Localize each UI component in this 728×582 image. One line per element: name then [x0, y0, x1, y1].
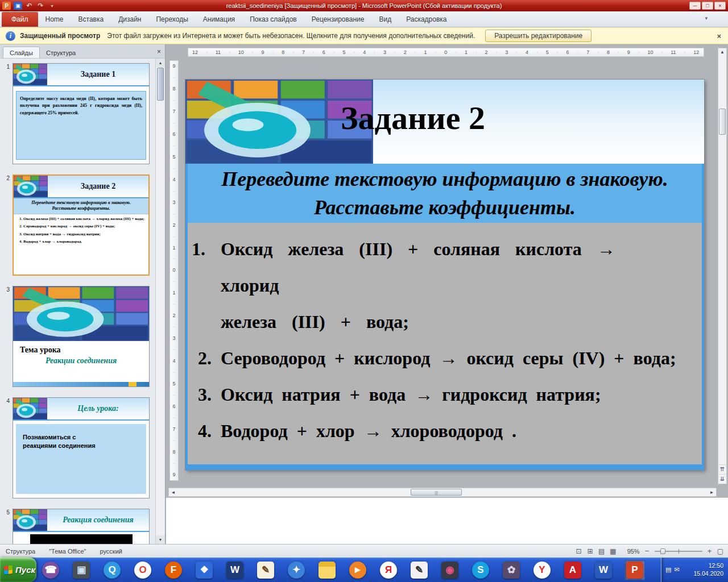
- vertical-scrollbar[interactable]: ▲ ⇈ ⇊: [718, 48, 727, 484]
- protected-view-close-icon[interactable]: ×: [717, 32, 721, 40]
- ribbon-expand-icon[interactable]: ▾: [705, 15, 708, 21]
- undo-button[interactable]: ↶: [25, 2, 34, 10]
- panel-close-icon[interactable]: ×: [157, 48, 161, 56]
- info-icon: i: [6, 31, 15, 41]
- thumb-task-list: Оксид железа (III) + соляная кислота → х…: [14, 216, 148, 245]
- zoom-out-button[interactable]: −: [644, 547, 651, 555]
- next-slide-button[interactable]: ⇊: [718, 474, 726, 484]
- zoom-level[interactable]: 95%: [627, 548, 640, 555]
- zoom-slider-thumb[interactable]: [660, 548, 665, 554]
- media-player-icon[interactable]: ►: [348, 560, 367, 580]
- skype-icon[interactable]: S: [471, 560, 490, 580]
- word-icon[interactable]: W: [594, 560, 613, 580]
- taskbar-clock[interactable]: 12:50 15.04.2020: [693, 562, 723, 577]
- slides-panel-tabs: Слайды Структура ×: [0, 44, 165, 59]
- horizontal-scroll-track[interactable]: |||: [177, 488, 708, 496]
- chemistry-art-image: [14, 176, 48, 197]
- firefox-icon[interactable]: F: [164, 560, 183, 580]
- restore-button[interactable]: □: [702, 2, 713, 10]
- scroll-up-icon[interactable]: ▲: [718, 48, 726, 56]
- task-item: Оксид натрия + вода → гидроксид натрия;: [221, 376, 682, 413]
- fit-slide-button[interactable]: ▢: [717, 547, 723, 555]
- powerpoint-app-icon[interactable]: P: [2, 2, 11, 10]
- vertical-scroll-track[interactable]: [718, 56, 726, 464]
- normal-view-button[interactable]: ⊡: [574, 547, 584, 555]
- customize-qat-icon[interactable]: ▾: [48, 2, 56, 10]
- word-viewer-icon[interactable]: W: [225, 560, 245, 580]
- ribbon-tab-review[interactable]: Рецензирование: [304, 12, 372, 27]
- notes-pane[interactable]: [166, 497, 728, 544]
- qip-icon[interactable]: Q: [102, 560, 122, 580]
- scroll-down-icon[interactable]: ▼: [156, 535, 165, 544]
- slide-5-thumbnail[interactable]: Реакция соединения: [13, 509, 150, 544]
- acrobat-reader-icon[interactable]: A: [563, 560, 582, 580]
- thumb-title: Тема урока: [20, 346, 149, 355]
- slide-3-thumbnail[interactable]: Тема урока Реакции соединения: [13, 286, 150, 387]
- vertical-scrollbar-thumb[interactable]: [719, 109, 726, 135]
- reading-view-button[interactable]: ▤: [597, 547, 606, 555]
- slide-sorter-view-button[interactable]: ⊞: [586, 547, 595, 555]
- graphics-app-icon[interactable]: ✿: [502, 560, 521, 580]
- ribbon-tab-home[interactable]: Home: [38, 12, 71, 27]
- slide-number: 5: [0, 509, 10, 544]
- status-language-label: русский: [100, 548, 122, 555]
- previous-slide-button[interactable]: ⇈: [718, 464, 726, 474]
- ribbon-tab-view[interactable]: Вид: [371, 12, 399, 27]
- ribbon-tab-slideshow[interactable]: Показ слайдов: [242, 12, 304, 27]
- ribbon-tab-insert[interactable]: Вставка: [71, 12, 111, 27]
- start-button[interactable]: Пуск: [0, 558, 36, 582]
- viber-icon[interactable]: ☎: [41, 560, 60, 580]
- protected-view-bar: i Защищенный просмотр Этот файл загружен…: [0, 27, 728, 44]
- ribbon-tab-animation[interactable]: Анимация: [196, 12, 242, 27]
- tray-icons: ▤✉: [665, 566, 680, 573]
- close-button[interactable]: ×: [714, 2, 726, 10]
- ribbon-tab-design[interactable]: Дизайн: [111, 12, 148, 27]
- remote-desktop-icon[interactable]: ▣: [72, 560, 91, 580]
- tab-outline[interactable]: Структура: [40, 47, 82, 58]
- clock-time: 12:50: [693, 562, 723, 570]
- photo-app-icon[interactable]: ◉: [440, 560, 460, 580]
- ribbon-tab-storyboarding[interactable]: Раскадровка: [399, 12, 454, 27]
- safari-icon[interactable]: ✦: [287, 560, 306, 580]
- yandex-icon[interactable]: Y: [532, 560, 552, 580]
- slide-edit-area: 12·11·10·9·8·7·6·5·4·3·2·1·0·1·2·3·4·5·6…: [166, 44, 728, 544]
- slide-canvas[interactable]: Задание 2 Переведите текстовую информаци…: [185, 80, 704, 470]
- folder-icon[interactable]: [317, 560, 337, 580]
- slide-4-thumbnail[interactable]: Цель урока: Познакомиться с реакциями со…: [13, 397, 150, 498]
- title-bar: P ▣ ↶ ↷ ▾ reaktsii_soedineniya [Защищенн…: [0, 0, 728, 11]
- yandex-browser-icon[interactable]: Я: [379, 560, 398, 580]
- panel-scrollbar-thumb[interactable]: [157, 68, 164, 101]
- redo-button[interactable]: ↷: [36, 2, 45, 10]
- protected-view-label: Защищенный просмотр: [20, 32, 100, 40]
- panel-scrollbar[interactable]: ▲ ▼: [155, 59, 165, 544]
- save-button[interactable]: ▣: [14, 2, 22, 10]
- view-buttons: ⊡⊞▤▦: [574, 547, 618, 555]
- scroll-right-icon[interactable]: ►: [708, 490, 716, 495]
- slideshow-view-button[interactable]: ▦: [609, 547, 618, 555]
- thumb-title: Задание 1: [47, 64, 149, 85]
- powerpoint-icon[interactable]: P: [624, 560, 645, 580]
- tab-slides[interactable]: Слайды: [3, 47, 40, 58]
- scroll-left-icon[interactable]: ◄: [169, 490, 177, 495]
- task-item: Сероводород + кислород → оксид серы (IV)…: [221, 340, 682, 376]
- zoom-slider[interactable]: [655, 548, 702, 555]
- slide-1-thumbnail[interactable]: Задание 1 Определите массу оксида меди (…: [13, 63, 150, 164]
- zoom-in-button[interactable]: +: [706, 547, 713, 555]
- system-tray: ▤✉ 12:50 15.04.2020: [661, 558, 728, 582]
- chemistry-art-image: [13, 398, 47, 419]
- ribbon-tab-transitions[interactable]: Переходы: [148, 12, 195, 27]
- scroll-up-icon[interactable]: ▲: [156, 59, 165, 67]
- slide-2-thumbnail[interactable]: Задание 2 Переведите текстовую информаци…: [13, 174, 150, 276]
- enable-editing-button[interactable]: Разрешить редактирование: [485, 30, 592, 42]
- pen-tool-icon[interactable]: ✎: [410, 560, 429, 580]
- horizontal-scrollbar[interactable]: ◄ ||| ►: [168, 488, 717, 497]
- slide-header: Задание 2: [185, 80, 704, 164]
- minimize-button[interactable]: ─: [689, 2, 701, 10]
- 3d-app-icon[interactable]: ❖: [195, 560, 214, 580]
- notes-app-icon[interactable]: ✎: [256, 560, 275, 580]
- keyboard-layout-icon[interactable]: ▤: [665, 566, 671, 573]
- opera-icon[interactable]: O: [133, 560, 152, 580]
- notifier-icon[interactable]: ✉: [674, 566, 679, 573]
- horizontal-scrollbar-thumb[interactable]: |||: [411, 489, 462, 496]
- ribbon-tab-file[interactable]: Файл: [2, 12, 38, 27]
